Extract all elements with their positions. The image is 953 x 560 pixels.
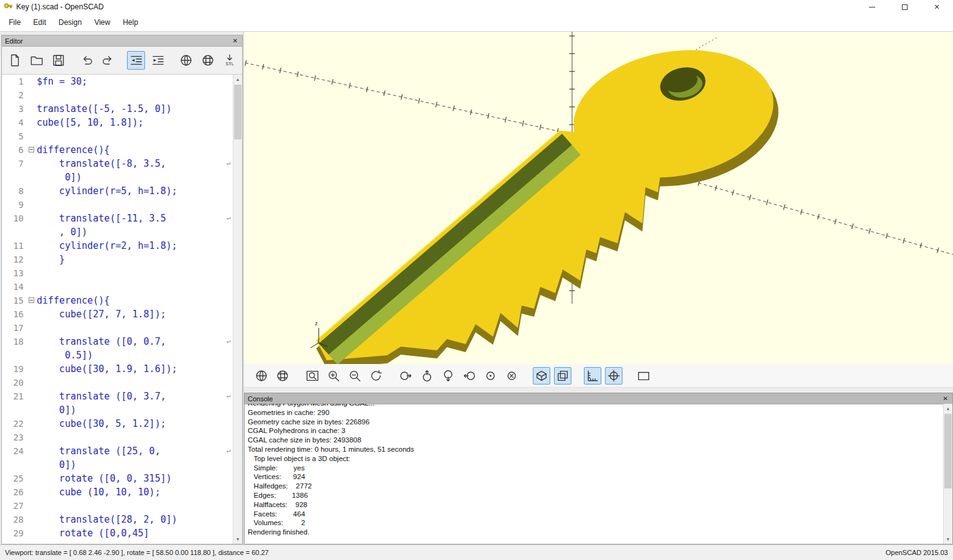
code-row[interactable]: 29 rotate ([0,0,45] (2, 526, 233, 540)
code-text: 0]) (37, 403, 233, 417)
indent-button[interactable] (149, 51, 167, 70)
code-row[interactable]: 27 (2, 499, 233, 513)
console-scrollbar-thumb[interactable] (944, 414, 952, 488)
fold-margin[interactable] (28, 143, 37, 157)
maximize-button[interactable] (888, 0, 921, 14)
console-close-icon[interactable]: ✕ (942, 395, 949, 402)
code-row[interactable]: 10 translate([-11, 3.5↩ (2, 212, 233, 225)
save-file-button[interactable] (49, 51, 67, 70)
zoom-in-button[interactable] (325, 367, 342, 385)
fold-collapse-icon[interactable] (29, 297, 34, 303)
fold-margin[interactable] (28, 294, 37, 307)
code-row[interactable]: 5 (2, 129, 233, 143)
code-row[interactable]: 11 cylinder(r=2, h=1.8); (2, 239, 233, 253)
menu-file[interactable]: File (2, 15, 27, 30)
open-file-button[interactable] (27, 51, 45, 70)
scroll-down-icon[interactable]: ▼ (233, 534, 242, 544)
fold-collapse-icon[interactable] (29, 147, 34, 152)
code-row[interactable]: , 0]) (2, 225, 233, 239)
code-row[interactable]: 3translate([-5, -1.5, 0]) (2, 102, 233, 116)
view-front-button[interactable] (482, 367, 499, 385)
code-row[interactable]: 19 cube([30, 1.9, 1.6]); (2, 362, 233, 376)
undo-button[interactable] (77, 51, 95, 70)
code-row[interactable]: 23 (2, 431, 233, 444)
show-crosshairs-button[interactable] (605, 367, 622, 385)
code-row[interactable]: 0]) (2, 403, 233, 417)
preview-button[interactable] (177, 51, 195, 70)
minimize-button[interactable] (856, 0, 888, 14)
view-left-button[interactable] (461, 367, 478, 385)
code-row[interactable]: 20 (2, 376, 233, 390)
zoom-out-button[interactable] (346, 367, 364, 385)
code-row[interactable]: 25 rotate ([0, 0, 315]) (2, 472, 233, 485)
export-stl-button[interactable]: STL (220, 51, 238, 70)
line-number: 15 (2, 294, 28, 307)
code-row[interactable]: 4cube([5, 10, 1.8]); (2, 116, 233, 129)
unindent-button[interactable] (127, 51, 145, 70)
code-row[interactable]: 15difference(){ (2, 294, 233, 307)
view-bottom-button[interactable] (439, 367, 457, 385)
orthogonal-button[interactable] (554, 367, 571, 385)
menu-help[interactable]: Help (116, 15, 144, 30)
code-row[interactable]: 18 translate ([0, 0.7,↩ (2, 335, 233, 348)
code-row[interactable]: 17 (2, 321, 233, 335)
code-row[interactable]: 14 (2, 280, 233, 294)
code-row[interactable]: 2 (2, 88, 233, 102)
redo-button[interactable] (99, 51, 117, 70)
code-row[interactable]: 0]) (2, 458, 233, 472)
code-text: translate ([0, 0.7, (37, 335, 233, 348)
line-number: 8 (2, 184, 28, 198)
viewport-3d[interactable]: z (244, 32, 953, 364)
reset-view-button[interactable] (367, 367, 385, 385)
scroll-up-icon[interactable]: ▲ (944, 404, 952, 413)
code-row[interactable]: 13 (2, 266, 233, 280)
view-back-button[interactable] (503, 367, 520, 385)
code-row[interactable]: 26 cube (10, 10, 10); (2, 485, 233, 499)
menu-edit[interactable]: Edit (27, 15, 52, 30)
code-row[interactable]: 22 cube([30, 5, 1.2]); (2, 417, 233, 431)
open-file-icon (30, 54, 44, 67)
code-row[interactable]: 24 translate ([25, 0,↩ (2, 444, 233, 458)
menu-design[interactable]: Design (52, 15, 88, 30)
code-row[interactable]: 6difference(){ (2, 143, 233, 157)
code-row[interactable]: 12 } (2, 253, 233, 266)
code-row[interactable]: 0.5]) (2, 348, 233, 362)
code-row[interactable]: 0]) (2, 170, 233, 184)
view-top-icon (420, 369, 434, 383)
render-button[interactable] (199, 51, 217, 70)
show-scale-markers-button[interactable] (584, 367, 601, 385)
wrap-indicator-icon: ↩ (227, 157, 231, 170)
preview-button[interactable] (253, 367, 270, 385)
code-text (37, 280, 233, 294)
menu-view[interactable]: View (88, 15, 116, 30)
code-row[interactable]: 9 (2, 198, 233, 212)
editor-close-icon[interactable]: ✕ (232, 37, 239, 44)
view-top-button[interactable] (418, 367, 436, 385)
fold-margin (28, 266, 37, 280)
code-row[interactable]: 16 cube([27, 7, 1.8]); (2, 307, 233, 321)
code-row[interactable]: 7 translate([-8, 3.5,↩ (2, 157, 233, 170)
close-button[interactable]: ✕ (921, 0, 953, 14)
line-number: 28 (2, 513, 28, 526)
editor-scrollbar[interactable]: ▲ ▼ (233, 75, 242, 544)
line-number: 14 (2, 280, 28, 294)
render-button[interactable] (274, 367, 291, 385)
code-row[interactable]: 28 translate([28, 2, 0]) (2, 513, 233, 526)
console-scrollbar[interactable]: ▲ ▼ (943, 404, 952, 544)
perspective-button[interactable] (533, 367, 550, 385)
code-row[interactable]: 21 translate ([0, 3.7,↩ (2, 390, 233, 403)
code-editor[interactable]: 1$fn = 30;23translate([-5, -1.5, 0])4cub… (2, 75, 233, 544)
console-line: Halffacets: 928 (248, 500, 942, 510)
view-right-button[interactable] (397, 367, 415, 385)
zoom-all-button[interactable] (304, 367, 321, 385)
scroll-up-icon[interactable]: ▲ (233, 75, 242, 84)
view-all-button[interactable] (635, 367, 652, 385)
code-row[interactable]: 1$fn = 30; (2, 75, 233, 88)
render-icon (201, 54, 215, 67)
scroll-down-icon[interactable]: ▼ (944, 534, 952, 544)
fold-margin (28, 526, 37, 540)
editor-scrollbar-thumb[interactable] (234, 85, 242, 139)
new-file-button[interactable] (6, 51, 24, 70)
code-row[interactable]: 8 cylinder(r=5, h=1.8); (2, 184, 233, 198)
console-line: Geometries in cache: 290 (248, 408, 942, 418)
